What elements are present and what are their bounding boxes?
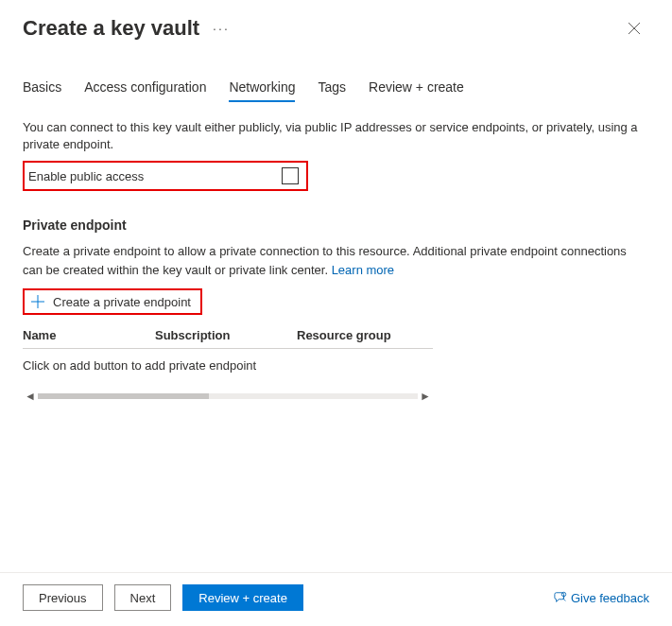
column-header-subscription: Subscription [155,328,297,342]
column-header-name: Name [23,328,155,342]
scroll-right-icon[interactable]: ► [418,390,433,403]
scroll-left-icon[interactable]: ◄ [23,390,38,403]
close-icon [628,22,641,35]
give-feedback-label: Give feedback [571,591,649,605]
networking-intro-text: You can connect to this key vault either… [23,119,646,153]
tab-networking[interactable]: Networking [229,79,295,102]
next-button[interactable]: Next [114,584,172,611]
plus-icon [30,294,45,309]
enable-public-access-label: Enable public access [28,169,282,183]
wizard-footer: Previous Next Review + create Give feedb… [0,572,672,626]
review-create-button[interactable]: Review + create [182,584,303,611]
pe-desc-text: Create a private endpoint to allow a pri… [23,244,627,277]
table-empty-message: Click on add button to add private endpo… [23,349,433,373]
more-icon[interactable]: ··· [213,21,230,36]
private-endpoint-heading: Private endpoint [23,217,649,233]
tab-access-configuration[interactable]: Access configuration [84,79,206,102]
learn-more-link[interactable]: Learn more [332,263,394,277]
create-pe-label: Create a private endpoint [53,295,191,309]
create-private-endpoint-button[interactable]: Create a private endpoint [23,288,202,315]
tab-tags[interactable]: Tags [318,79,346,102]
scroll-track[interactable] [38,393,418,399]
wizard-tabs: Basics Access configuration Networking T… [0,47,672,102]
feedback-icon [554,591,567,604]
previous-button[interactable]: Previous [23,584,103,611]
enable-public-access-checkbox[interactable] [282,167,299,184]
table-header-row: Name Subscription Resource group [23,328,433,349]
blade-header: Create a key vault ··· [0,0,672,47]
tab-basics[interactable]: Basics [23,79,61,102]
enable-public-access-row: Enable public access [23,161,308,191]
tab-review-create[interactable]: Review + create [369,79,464,102]
close-button[interactable] [619,13,649,43]
horizontal-scrollbar[interactable]: ◄ ► [23,390,433,403]
column-header-resource-group: Resource group [297,328,433,342]
private-endpoint-table: Name Subscription Resource group Click o… [23,328,433,373]
page-title: Create a key vault [23,16,199,41]
scroll-thumb[interactable] [38,393,209,399]
private-endpoint-description: Create a private endpoint to allow a pri… [23,242,648,279]
give-feedback-link[interactable]: Give feedback [554,591,649,605]
